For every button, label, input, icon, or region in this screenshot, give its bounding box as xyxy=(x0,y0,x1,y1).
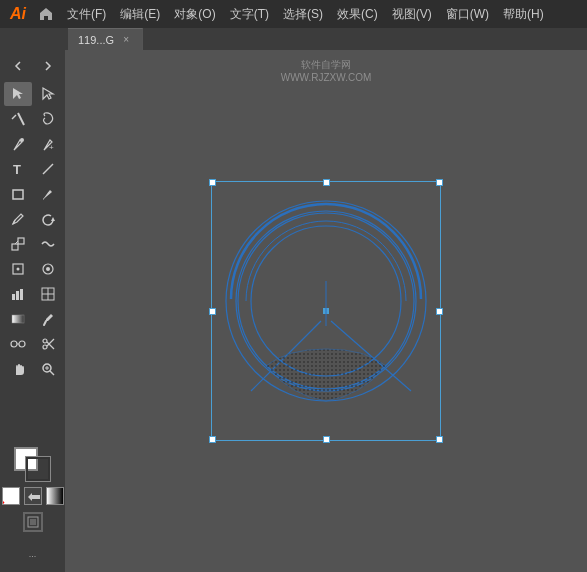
canvas-content xyxy=(186,161,466,461)
swap-fill-stroke-button[interactable] xyxy=(24,487,42,505)
app-logo: Ai xyxy=(4,5,32,23)
fill-stroke-controls xyxy=(2,487,64,505)
mesh-tool[interactable] xyxy=(34,282,62,306)
svg-text:T: T xyxy=(13,162,21,177)
add-anchor-tool[interactable]: + xyxy=(34,132,62,156)
rotate-tool[interactable] xyxy=(34,207,62,231)
menu-effect[interactable]: 效果(C) xyxy=(330,0,385,28)
svg-point-17 xyxy=(46,267,50,271)
svg-point-26 xyxy=(19,341,25,347)
svg-marker-0 xyxy=(13,88,23,99)
svg-rect-18 xyxy=(12,294,15,300)
rect-tool[interactable] xyxy=(4,182,32,206)
eyedropper-tool[interactable] xyxy=(34,307,62,331)
free-transform-tool[interactable] xyxy=(4,257,32,281)
svg-point-28 xyxy=(43,339,47,343)
svg-rect-20 xyxy=(20,289,23,300)
lasso-tool[interactable] xyxy=(34,107,62,131)
artboard[interactable] xyxy=(211,181,441,441)
svg-rect-11 xyxy=(12,244,18,250)
fill-stroke-indicator[interactable] xyxy=(14,447,52,483)
color-mode-button[interactable] xyxy=(46,487,64,505)
menu-edit[interactable]: 编辑(E) xyxy=(113,0,167,28)
toolbar-expand-button[interactable] xyxy=(34,54,62,78)
svg-rect-19 xyxy=(16,291,19,300)
main-layout: + T xyxy=(0,50,587,572)
active-tab[interactable]: 119...G × xyxy=(68,28,143,50)
tab-label: 119...G xyxy=(78,34,114,46)
svg-marker-10 xyxy=(51,217,55,221)
left-toolbar: + T xyxy=(0,50,65,572)
menu-select[interactable]: 选择(S) xyxy=(276,0,330,28)
screen-mode-area xyxy=(23,512,43,532)
home-button[interactable] xyxy=(32,0,60,28)
svg-point-4 xyxy=(20,138,24,142)
svg-line-33 xyxy=(50,371,54,375)
svg-rect-37 xyxy=(30,519,36,525)
svg-point-25 xyxy=(11,341,17,347)
symbol-sprayer-tool[interactable] xyxy=(34,257,62,281)
tab-bar: 119...G × xyxy=(0,28,587,50)
tab-close-button[interactable]: × xyxy=(120,34,132,46)
screen-mode-button[interactable] xyxy=(23,512,43,532)
svg-rect-8 xyxy=(13,190,23,199)
gradient-tool[interactable] xyxy=(4,307,32,331)
more-tools-button[interactable]: ... xyxy=(19,542,47,566)
extra-tools: ... xyxy=(19,542,47,566)
type-tool[interactable]: T xyxy=(4,157,32,181)
menu-view[interactable]: 视图(V) xyxy=(385,0,439,28)
pen-tool[interactable] xyxy=(4,132,32,156)
zoom-tool[interactable] xyxy=(34,357,62,381)
column-graph-tool[interactable] xyxy=(4,282,32,306)
menu-window[interactable]: 窗口(W) xyxy=(439,0,496,28)
svg-marker-1 xyxy=(43,88,53,99)
paintbrush-tool[interactable] xyxy=(34,182,62,206)
warp-tool[interactable] xyxy=(34,232,62,256)
direct-select-tool[interactable] xyxy=(34,82,62,106)
none-fill-button[interactable] xyxy=(2,487,20,505)
magic-wand-tool[interactable] xyxy=(4,107,32,131)
menu-help[interactable]: 帮助(H) xyxy=(496,0,551,28)
canvas-area[interactable]: 软件自学网 WWW.RJZXW.COM xyxy=(65,50,587,572)
color-area: ... xyxy=(0,441,68,572)
svg-point-15 xyxy=(16,268,19,271)
pencil-tool[interactable] xyxy=(4,207,32,231)
hand-tool[interactable] xyxy=(4,357,32,381)
watermark: 软件自学网 WWW.RJZXW.COM xyxy=(281,58,372,83)
blend-tool[interactable] xyxy=(4,332,32,356)
svg-rect-12 xyxy=(18,238,24,244)
menu-object[interactable]: 对象(O) xyxy=(167,0,222,28)
svg-point-29 xyxy=(43,345,47,349)
menu-bar: Ai 文件(F) 编辑(E) 对象(O) 文字(T) 选择(S) 效果(C) 视… xyxy=(0,0,587,28)
svg-text:+: + xyxy=(49,143,54,152)
svg-line-2 xyxy=(18,113,24,125)
scissors-tool[interactable] xyxy=(34,332,62,356)
svg-line-3 xyxy=(12,115,16,119)
scale-tool[interactable] xyxy=(4,232,32,256)
toolbar-collapse-button[interactable] xyxy=(4,54,32,78)
selection-tool[interactable] xyxy=(4,82,32,106)
svg-rect-24 xyxy=(12,315,24,323)
menu-text[interactable]: 文字(T) xyxy=(223,0,276,28)
svg-line-7 xyxy=(43,164,53,174)
canvas-svg xyxy=(211,181,441,441)
line-tool[interactable] xyxy=(34,157,62,181)
stroke-color-swatch[interactable] xyxy=(26,457,50,481)
menu-file[interactable]: 文件(F) xyxy=(60,0,113,28)
